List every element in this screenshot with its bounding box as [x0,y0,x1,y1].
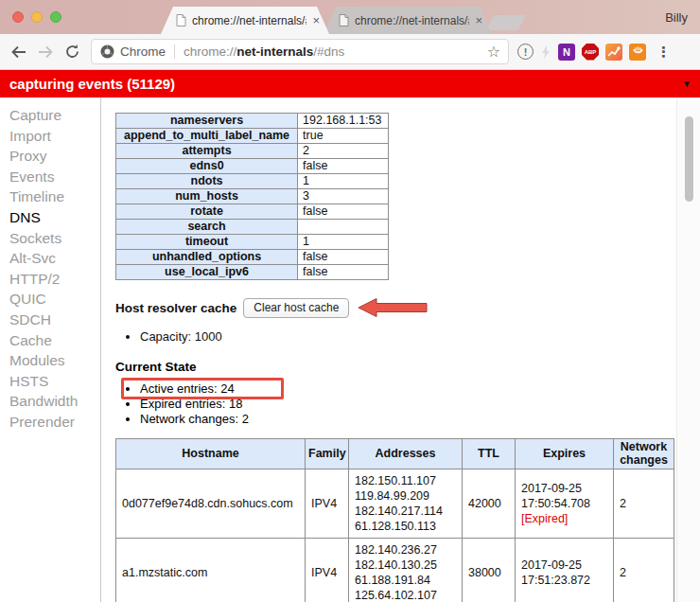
page-favicon-icon [176,14,186,27]
col-hostname: Hostname [116,439,306,469]
ttl-cell: 38000 [463,539,516,602]
expired-badge: [Expired] [521,511,607,526]
table-row: search [116,220,389,235]
sidebar-item-altsvc[interactable]: Alt-Svc [9,248,100,269]
back-arrow-icon [10,45,27,59]
table-row: rotatefalse [116,204,389,220]
config-key: ndots [116,174,298,189]
col-family: Family [306,439,349,469]
adblock-plus-extension-icon[interactable]: ABP [582,44,599,61]
sidebar-item-http2[interactable]: HTTP/2 [9,269,100,290]
clear-host-cache-button[interactable]: Clear host cache [243,298,349,318]
table-row: append_to_multi_label_nametrue [116,129,389,144]
addresses-cell: 182.150.11.107 119.84.99.209 182.140.217… [349,469,463,539]
config-key: nameservers [116,114,298,129]
sidebar-item-import[interactable]: Import [9,126,100,147]
sidebar-item-bandwidth[interactable]: Bandwidth [9,391,100,412]
config-value: 3 [298,189,389,204]
titlebar: chrome://net-internals/#dns × chrome://n… [0,0,700,34]
sidebar-item-timeline[interactable]: Timeline [9,186,100,207]
sidebar-item-dns[interactable]: DNS [9,207,100,228]
url-scheme: chrome:// [184,44,236,59]
config-key: timeout [116,235,298,250]
table-row: 0d077ef9e74d8.cdn.sohucs.com IPV4 182.15… [116,469,674,539]
browser-toolbar: Chrome chrome://net-internals/#dns ☆ ! N… [0,34,700,70]
sidebar-item-hsts[interactable]: HSTS [9,371,100,392]
banner-dropdown-icon[interactable]: ▼ [682,79,691,89]
config-key: unhandled_options [116,250,298,265]
sidebar-nav: Capture Import Proxy Events Timeline DNS… [0,97,101,602]
line-chart-icon [607,45,621,59]
expired-entries-item: Expired entries: 18 [140,397,675,412]
sidebar-item-events[interactable]: Events [9,167,100,187]
config-key: append_to_multi_label_name [116,129,298,144]
reload-button[interactable] [59,39,85,65]
sidebar-item-quic[interactable]: QUIC [9,289,100,310]
bookmark-star-icon[interactable]: ☆ [485,43,502,61]
forward-arrow-icon [37,45,54,59]
url-host: net-internals [236,44,313,59]
config-value [298,220,389,235]
expires-time: 17:50:54.708 [521,496,607,511]
sidebar-item-prerender[interactable]: Prerender [9,412,100,433]
capturing-events-label: capturing events (51129) [9,76,175,92]
sidebar-item-cache[interactable]: Cache [9,330,100,351]
orange-extension-icon[interactable] [629,44,646,61]
page-scrollbar[interactable] [676,97,700,602]
chart-extension-icon[interactable] [605,44,622,61]
traffic-lights [12,11,61,23]
address-line: 61.188.191.84 [355,573,456,588]
net-internals-page: Capture Import Proxy Events Timeline DNS… [0,97,700,602]
scrollbar-thumb[interactable] [685,116,693,202]
tab-dns[interactable]: chrome://net-internals/#dns × [161,7,329,34]
config-value: false [298,265,389,280]
toolbar-extensions: ! N ABP ⋮ [517,44,671,61]
sidebar-item-proxy[interactable]: Proxy [9,146,100,167]
lightning-icon[interactable] [540,44,551,60]
table-row: attempts2 [116,144,389,159]
col-network-changes: Network changes [614,439,674,469]
table-row: timeout1 [116,235,389,250]
tab-close-icon[interactable]: × [473,13,484,27]
host-resolver-heading: Host resolver cache [115,301,236,315]
expires-date: 2017-09-25 [521,558,607,573]
address-line: 182.140.130.25 [355,558,456,573]
address-bar[interactable]: Chrome chrome://net-internals/#dns ☆ [91,39,509,64]
changes-cell: 2 [614,539,674,602]
close-window-button[interactable] [12,11,24,23]
expires-cell: 2017-09-25 17:50:54.708 [Expired] [516,469,614,539]
config-value: 192.168.1.1:53 [298,114,389,129]
new-tab-button[interactable] [486,15,527,30]
origin-chip-label: Chrome [120,44,166,59]
chrome-logo-icon [100,44,114,59]
page-favicon-icon [339,14,349,27]
config-key: num_hosts [116,189,298,204]
table-row: ndots1 [116,174,389,189]
reload-icon [64,44,80,60]
red-arrow-annotation-icon [358,297,428,318]
forward-button[interactable] [32,39,59,65]
sidebar-item-sockets[interactable]: Sockets [9,228,100,249]
address-line: 125.64.102.107 [355,588,456,602]
expires-cell: 2017-09-25 17:51:23.872 [516,539,614,602]
back-button[interactable] [6,39,32,65]
minimize-window-button[interactable] [31,11,43,23]
current-state-heading: Current State [115,360,675,374]
sidebar-item-sdch[interactable]: SDCH [9,310,100,330]
fullscreen-window-button[interactable] [50,11,61,23]
browser-menu-icon[interactable]: ⋮ [656,44,671,61]
hostname-cell: a1.mzstatic.com [116,539,306,602]
config-value: false [298,250,389,265]
origin-chip[interactable]: Chrome [100,44,175,59]
tab-sockets[interactable]: chrome://net-internals/#socke × [324,7,492,34]
onenote-extension-icon[interactable]: N [558,44,575,61]
sidebar-item-modules[interactable]: Modules [9,350,100,371]
sidebar-item-capture[interactable]: Capture [9,105,100,126]
dns-config-table: nameservers192.168.1.1:53 append_to_mult… [115,113,389,280]
tab-close-icon[interactable]: × [310,13,322,27]
config-value: 1 [298,174,389,189]
config-value: 1 [298,235,389,250]
info-icon[interactable]: ! [517,44,534,60]
table-row: nameservers192.168.1.1:53 [116,114,389,129]
profile-name[interactable]: Billy [665,10,688,25]
